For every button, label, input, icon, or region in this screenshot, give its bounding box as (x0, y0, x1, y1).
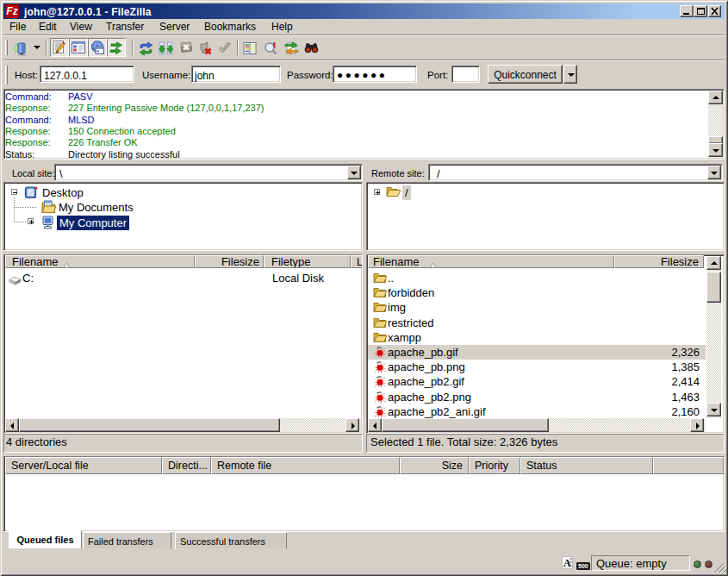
svg-text:500: 500 (578, 563, 588, 569)
